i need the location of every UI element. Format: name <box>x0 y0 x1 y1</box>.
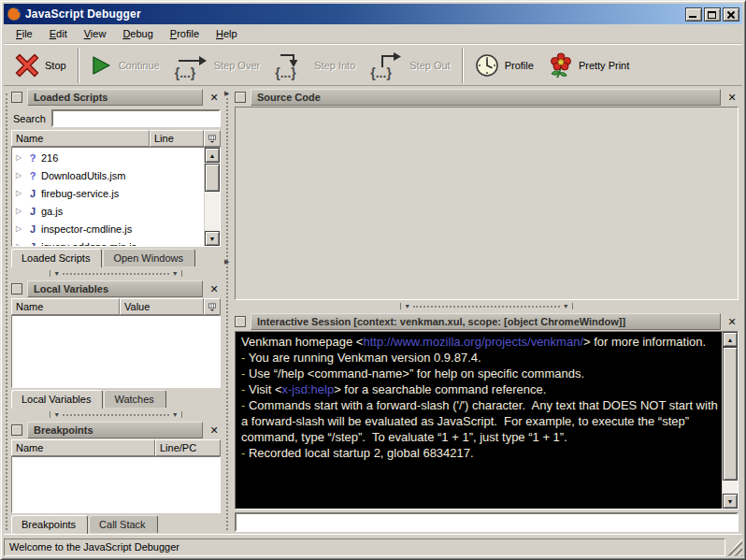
column-picker-button[interactable] <box>204 298 221 315</box>
tab-local-variables[interactable]: Local Variables <box>11 390 103 409</box>
script-type-icon: J <box>29 241 36 247</box>
script-row[interactable]: ▷Jga.js <box>12 202 204 220</box>
search-input[interactable] <box>51 109 221 127</box>
column-picker-button[interactable] <box>204 130 221 147</box>
twisty-icon[interactable]: ▷ <box>16 207 24 215</box>
breakpoints-column-header: Name Line/PC <box>11 439 221 456</box>
help-link[interactable]: x-jsd:help <box>281 382 334 396</box>
session-scrollbar[interactable]: ▲ ▼ <box>722 332 738 509</box>
panel-title[interactable]: Local Variables <box>27 280 203 297</box>
pretty-print-button[interactable]: Pretty Print <box>541 47 637 84</box>
step-out-button[interactable]: {...} Step Out <box>363 47 457 84</box>
script-row[interactable]: ▷Jfirebug-service.js <box>12 184 204 202</box>
collapse-icon[interactable]: ▶ <box>224 258 229 265</box>
column-name[interactable]: Name <box>11 130 150 147</box>
close-button[interactable] <box>723 7 739 22</box>
column-name[interactable]: Name <box>11 439 155 456</box>
float-toggle-icon[interactable] <box>235 92 246 103</box>
tab-loaded-scripts[interactable]: Loaded Scripts <box>11 249 102 267</box>
panel-splitter[interactable]: ▼▼ <box>9 267 222 280</box>
tab-breakpoints[interactable]: Breakpoints <box>11 515 88 534</box>
continue-button[interactable]: Continue <box>83 47 167 84</box>
twisty-icon[interactable]: ▷ <box>16 171 24 179</box>
panel-splitter[interactable]: ▼▼ <box>233 300 740 312</box>
right-dock: Source Code ✕ ▼▼ Interactive Session [co… <box>233 88 742 534</box>
panel-title[interactable]: Interactive Session [context: venkman.xu… <box>251 313 721 330</box>
script-row[interactable]: ▷Jinspector-cmdline.js <box>12 220 204 237</box>
dock-edge-splitter[interactable] <box>4 88 9 534</box>
menu-file[interactable]: File <box>7 25 41 42</box>
float-toggle-icon[interactable] <box>11 92 22 103</box>
tab-open-windows[interactable]: Open Windows <box>103 249 195 266</box>
dock-splitter[interactable]: ▶ ▶ <box>222 88 233 534</box>
collapse-icon[interactable]: ▼ <box>53 270 60 277</box>
step-over-icon: {...} <box>175 52 208 79</box>
column-value[interactable]: Value <box>120 298 204 315</box>
scroll-up-icon[interactable]: ▲ <box>723 332 738 347</box>
collapse-icon[interactable]: ▼ <box>563 303 569 309</box>
scroll-thumb[interactable] <box>205 164 220 192</box>
breakpoints-list[interactable] <box>11 456 221 513</box>
tab-call-stack[interactable]: Call Stack <box>89 515 158 533</box>
close-panel-icon[interactable]: ✕ <box>208 92 221 104</box>
maximize-button[interactable] <box>704 7 721 22</box>
script-row[interactable]: ▷?DownloadUtils.jsm <box>12 166 204 184</box>
window-titlebar[interactable]: JavaScript Debugger <box>4 4 742 24</box>
session-command-input[interactable] <box>235 512 739 532</box>
scroll-down-icon[interactable]: ▼ <box>723 494 738 509</box>
twisty-icon[interactable]: ▷ <box>16 224 24 233</box>
twisty-icon[interactable]: ▷ <box>16 189 24 197</box>
loaded-scripts-header: Loaded Scripts ✕ <box>9 88 222 107</box>
variables-list[interactable] <box>11 315 221 388</box>
resize-grip[interactable] <box>727 538 742 556</box>
column-line[interactable]: Line <box>150 130 204 147</box>
collapse-icon[interactable]: ▼ <box>53 411 60 418</box>
maximize-icon <box>708 11 716 19</box>
twisty-icon[interactable]: ▷ <box>16 242 24 246</box>
scripts-scrollbar[interactable]: ▲ ▼ <box>204 148 220 246</box>
menu-edit[interactable]: Edit <box>41 25 76 42</box>
close-panel-icon[interactable]: ✕ <box>725 92 739 104</box>
scroll-down-icon[interactable]: ▼ <box>205 231 220 246</box>
collapse-icon[interactable]: ▼ <box>404 303 410 309</box>
float-toggle-icon[interactable] <box>11 283 22 294</box>
menu-help[interactable]: Help <box>208 25 246 42</box>
close-panel-icon[interactable]: ✕ <box>208 424 221 437</box>
stop-button[interactable]: Stop <box>7 47 74 84</box>
minimize-button[interactable] <box>685 7 702 22</box>
collapse-icon[interactable]: ▶ <box>224 90 229 96</box>
scroll-up-icon[interactable]: ▲ <box>205 148 220 163</box>
float-toggle-icon[interactable] <box>235 316 246 327</box>
step-out-icon: {...} <box>370 52 404 79</box>
panel-title[interactable]: Loaded Scripts <box>27 89 203 106</box>
menu-profile[interactable]: Profile <box>162 25 208 42</box>
variables-tabs: Local Variables Watches <box>9 388 222 409</box>
column-name[interactable]: Name <box>11 298 120 315</box>
script-type-icon: ? <box>29 152 36 164</box>
collapse-icon[interactable]: ▼ <box>172 270 179 277</box>
menu-view[interactable]: View <box>76 25 115 42</box>
twisty-icon[interactable]: ▷ <box>16 153 24 162</box>
scroll-thumb[interactable] <box>723 347 738 481</box>
status-bar: Welcome to the JavaScript Debugger <box>4 534 742 556</box>
close-panel-icon[interactable]: ✕ <box>208 283 221 295</box>
panel-splitter[interactable]: ▼▼ <box>9 409 222 421</box>
tab-watches[interactable]: Watches <box>104 390 165 408</box>
collapse-icon[interactable]: ▼ <box>172 411 179 418</box>
step-into-button[interactable]: {...} Step Into <box>267 47 363 84</box>
menu-debug[interactable]: Debug <box>114 25 161 42</box>
script-type-icon: J <box>29 206 36 217</box>
venkman-homepage-link[interactable]: http://www.mozilla.org/projects/venkman/ <box>363 335 583 349</box>
session-output[interactable]: Venkman homepage <http://www.mozilla.org… <box>235 331 739 510</box>
panel-title[interactable]: Breakpoints <box>27 422 203 438</box>
column-line-pc[interactable]: Line/PC <box>155 439 221 456</box>
script-row[interactable]: ▷?216 <box>12 149 204 166</box>
step-over-button[interactable]: {...} Step Over <box>167 47 268 84</box>
profile-button[interactable]: Profile <box>467 47 541 84</box>
close-panel-icon[interactable]: ✕ <box>725 316 739 328</box>
panel-title[interactable]: Source Code <box>251 89 721 106</box>
float-toggle-icon[interactable] <box>11 424 22 436</box>
script-row[interactable]: ▷Jjquery-addons-min.js <box>12 237 204 246</box>
session-line: - Commands start with a forward-slash ('… <box>241 397 718 445</box>
source-code-view[interactable] <box>235 107 739 300</box>
